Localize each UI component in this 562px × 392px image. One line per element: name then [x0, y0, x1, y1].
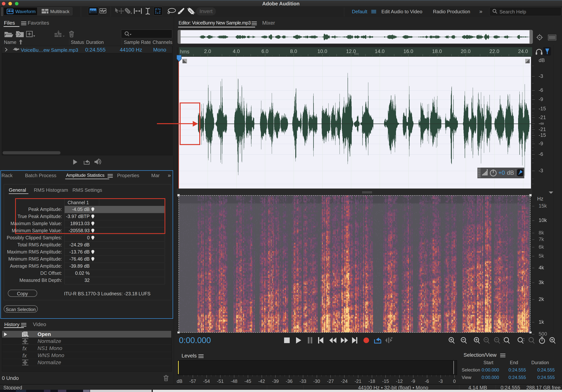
svg-text:{: {: [528, 337, 528, 343]
svg-text:{: {: [503, 337, 503, 343]
svg-text:>: >: [523, 337, 524, 343]
